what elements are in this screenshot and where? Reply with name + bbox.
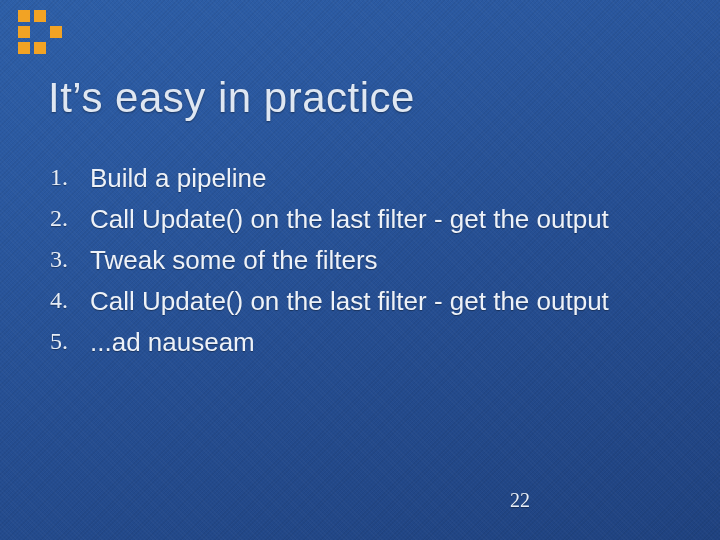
slide: It’s easy in practice Build a pipeline C… [0, 0, 720, 540]
logo-cell [50, 26, 62, 38]
logo-cell [18, 42, 30, 54]
ordered-list: Build a pipeline Call Update() on the la… [44, 160, 660, 365]
slide-title: It’s easy in practice [48, 74, 415, 122]
logo-cell [34, 10, 46, 22]
logo-cell [18, 26, 30, 38]
list-item: Build a pipeline [44, 160, 660, 197]
list-item: ...ad nauseam [44, 324, 660, 361]
logo-cell [34, 26, 46, 38]
logo-cell [50, 10, 62, 22]
logo-cell [50, 42, 62, 54]
logo-cell [34, 42, 46, 54]
logo-icon [18, 10, 62, 54]
logo-cell [18, 10, 30, 22]
list-item: Call Update() on the last filter - get t… [44, 283, 660, 320]
list-item: Tweak some of the filters [44, 242, 660, 279]
list-item: Call Update() on the last filter - get t… [44, 201, 660, 238]
page-number: 22 [510, 489, 530, 512]
